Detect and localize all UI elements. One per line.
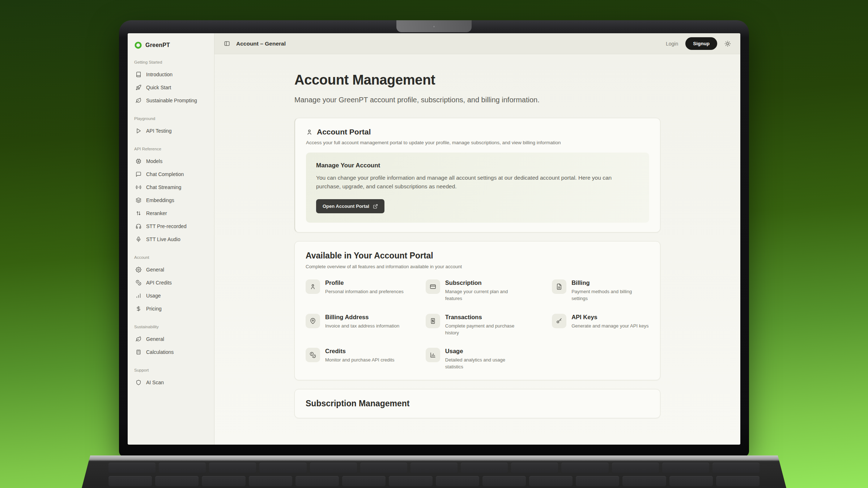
breadcrumb-title: Account – General: [236, 40, 286, 47]
sidebar-item-label: Embeddings: [146, 197, 174, 203]
feature-api-keys: API Keys Generate and manage your API ke…: [552, 314, 649, 337]
sidebar-item-label: Sustainable Prompting: [146, 98, 197, 103]
sidebar-item-reranker[interactable]: Reranker: [134, 207, 208, 220]
theme-toggle-button[interactable]: [724, 40, 731, 47]
signup-button[interactable]: Signup: [685, 37, 717, 50]
sidebar-item-calculations[interactable]: Calculations: [134, 346, 208, 359]
sidebar-toggle-button[interactable]: [224, 40, 230, 47]
sidebar-item-account-general[interactable]: General: [134, 263, 208, 276]
subscription-management-card: Subscription Management: [294, 389, 660, 418]
feature-title: Billing Address: [325, 314, 399, 321]
document-icon: [556, 283, 562, 290]
feature-transactions: Transactions Complete payment and purcha…: [426, 314, 542, 337]
calculator-icon: [136, 349, 141, 355]
sidebar-item-label: Models: [146, 158, 162, 164]
feature-description: Manage your current plan and features: [445, 288, 524, 302]
brand-name: GreenPT: [145, 42, 170, 48]
map-pin-icon: [310, 318, 316, 324]
coins-icon: [136, 280, 141, 286]
feature-title: Usage: [445, 348, 524, 355]
sidebar-item-label: Reranker: [146, 210, 167, 216]
subscription-management-title: Subscription Management: [306, 399, 649, 408]
topbar: Account – General Login Signup: [214, 33, 740, 54]
main-area: Account – General Login Signup Account M…: [214, 33, 740, 445]
sidebar-item-api-testing[interactable]: API Testing: [134, 124, 208, 137]
manage-account-title: Manage Your Account: [316, 162, 639, 169]
gear-icon: [136, 267, 141, 273]
laptop-notch: [396, 20, 472, 32]
laptop-keyboard-deck: [82, 455, 786, 488]
screen: GreenPT Getting Started Introduction Qui…: [128, 33, 740, 445]
feature-title: Credits: [325, 348, 395, 355]
account-portal-card: Account Portal Access your full account …: [294, 118, 660, 232]
external-link-icon: [373, 204, 378, 209]
feature-description: Monitor and purchase API credits: [325, 357, 395, 364]
feature-title: Billing: [571, 279, 649, 286]
play-icon: [136, 128, 141, 134]
headphones-icon: [136, 223, 141, 229]
sidebar-section-playground: Playground: [134, 116, 208, 121]
sidebar-item-chat-completion[interactable]: Chat Completion: [134, 168, 208, 181]
sidebar-item-stt-pre-recorded[interactable]: STT Pre-recorded: [134, 220, 208, 233]
sidebar-item-label: Chat Streaming: [146, 184, 181, 190]
manage-account-body: You can change your profile information …: [316, 174, 627, 191]
sidebar-item-chat-streaming[interactable]: Chat Streaming: [134, 181, 208, 194]
feature-billing-address: Billing Address Invoice and tax address …: [306, 314, 416, 337]
sidebar-item-sustainable-prompting[interactable]: Sustainable Prompting: [134, 94, 208, 107]
leaf-icon: [136, 336, 141, 342]
sidebar-item-label: Chat Completion: [146, 171, 184, 177]
feature-billing: Billing Payment methods and billing sett…: [552, 279, 649, 302]
sidebar-item-api-credits[interactable]: API Credits: [134, 276, 208, 289]
open-account-portal-button[interactable]: Open Account Portal: [316, 199, 384, 213]
page-content: Account Management Manage your GreenPT a…: [214, 54, 740, 445]
sidebar-item-label: STT Pre-recorded: [146, 223, 187, 229]
feature-title: Profile: [325, 279, 404, 286]
brand-logo[interactable]: GreenPT: [134, 41, 208, 49]
sidebar-item-usage[interactable]: Usage: [134, 289, 208, 302]
desktop-background: GreenPT Getting Started Introduction Qui…: [0, 0, 868, 488]
feature-description: Payment methods and billing settings: [571, 288, 649, 302]
sidebar-item-ai-scan[interactable]: AI Scan: [134, 376, 208, 389]
dollar-icon: [136, 306, 141, 312]
shield-icon: [136, 380, 141, 385]
sidebar-item-quick-start[interactable]: Quick Start: [134, 81, 208, 94]
sidebar-item-models[interactable]: Models: [134, 155, 208, 168]
sidebar-item-stt-live-audio[interactable]: STT Live Audio: [134, 233, 208, 246]
sidebar-item-label: API Credits: [146, 280, 172, 286]
feature-description: Detailed analytics and usage statistics: [445, 357, 524, 371]
sidebar-item-label: Pricing: [146, 306, 162, 312]
page-subtitle: Manage your GreenPT account profile, sub…: [294, 96, 660, 104]
feature-description: Personal information and preferences: [325, 288, 404, 295]
credit-card-icon: [430, 283, 436, 290]
account-portal-title: Account Portal: [317, 128, 371, 136]
feature-credits: Credits Monitor and purchase API credits: [306, 348, 416, 371]
chart-column-icon: [430, 352, 436, 358]
sort-arrows-icon: [136, 210, 141, 216]
sidebar: GreenPT Getting Started Introduction Qui…: [128, 33, 214, 445]
sidebar-item-introduction[interactable]: Introduction: [134, 68, 208, 81]
user-icon: [310, 283, 316, 290]
sidebar-item-pricing[interactable]: Pricing: [134, 302, 208, 315]
message-icon: [136, 171, 141, 177]
account-portal-description: Access your full account management port…: [306, 140, 649, 145]
broadcast-icon: [136, 184, 141, 190]
account-portal-header: Account Portal: [306, 128, 649, 136]
rocket-icon: [136, 85, 141, 90]
sidebar-item-label: STT Live Audio: [146, 236, 180, 242]
sidebar-item-embeddings[interactable]: Embeddings: [134, 194, 208, 207]
sidebar-item-sustainability-general[interactable]: General: [134, 333, 208, 346]
sidebar-item-label: General: [146, 267, 164, 273]
sidebar-item-label: General: [146, 336, 164, 342]
sidebar-section-sustainability: Sustainability: [134, 325, 208, 329]
feature-title: API Keys: [571, 314, 648, 321]
microphone-icon: [136, 236, 141, 242]
sidebar-section-account: Account: [134, 255, 208, 260]
keyboard-keys: [109, 463, 760, 486]
features-card-subtitle: Complete overview of all features and in…: [306, 264, 649, 269]
manage-account-panel: Manage Your Account You can change your …: [306, 153, 649, 223]
sidebar-section-support: Support: [134, 368, 208, 372]
sidebar-section-getting-started: Getting Started: [134, 60, 208, 64]
login-link[interactable]: Login: [666, 41, 678, 47]
webcam-dot: [432, 25, 436, 29]
green-ring-logo-icon: [134, 41, 142, 49]
